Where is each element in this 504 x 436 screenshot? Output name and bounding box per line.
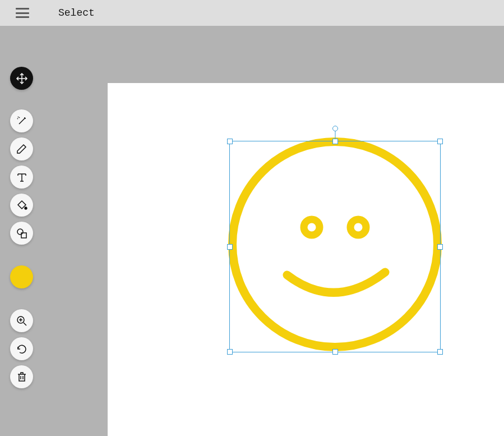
menu-icon[interactable] [16,8,29,18]
color-swatch[interactable] [10,265,33,288]
resize-handle-top-left[interactable] [227,139,233,144]
magic-wand-icon [15,114,29,128]
header-bar: Select [0,0,504,26]
text-icon [15,171,29,184]
text-tool[interactable] [10,166,33,189]
canvas[interactable] [108,83,504,436]
zoom-in-icon [15,314,29,328]
fill-tool[interactable] [10,194,33,217]
selection-bounding-box[interactable] [229,141,441,352]
pen-tool[interactable] [10,137,33,160]
svg-line-11 [24,323,26,325]
rotate-handle[interactable] [332,126,338,131]
move-icon [15,72,29,85]
shapes-icon [15,227,29,240]
undo-icon [15,342,29,356]
tool-name-label: Select [58,7,95,19]
pen-icon [15,143,29,156]
resize-handle-bottom-middle[interactable] [332,349,338,355]
select-tool[interactable] [10,67,33,90]
delete-tool[interactable] [10,365,33,388]
resize-handle-bottom-left[interactable] [227,349,233,355]
magic-wand-tool[interactable] [10,109,33,132]
trash-icon [15,370,29,384]
resize-handle-top-right[interactable] [437,139,443,144]
svg-line-2 [19,118,25,124]
resize-handle-middle-left[interactable] [227,244,233,250]
shapes-tool[interactable] [10,222,33,245]
resize-handle-middle-right[interactable] [437,244,443,250]
tool-sidebar [0,26,108,436]
resize-handle-bottom-right[interactable] [437,349,443,355]
zoom-tool[interactable] [10,309,33,332]
svg-point-8 [17,229,23,235]
resize-handle-top-middle[interactable] [332,139,338,144]
paint-bucket-icon [15,199,29,212]
undo-tool[interactable] [10,337,33,360]
